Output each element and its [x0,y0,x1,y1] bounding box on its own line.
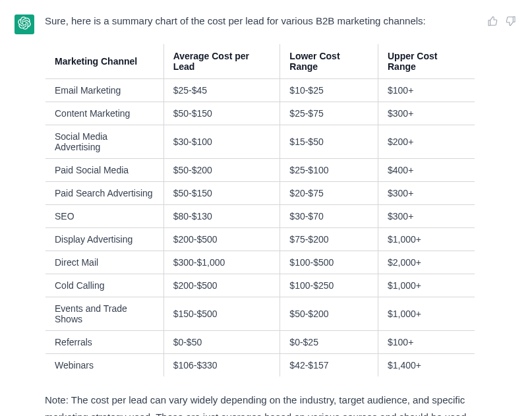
message-actions [486,16,517,29]
table-row: Email Marketing$25-$45$10-$25$100+ [45,79,475,102]
cell-channel: Social Media Advertising [45,125,164,159]
col-header-lower: Lower Cost Range [280,44,378,79]
cell-avg: $50-$150 [163,182,280,205]
cell-avg: $200-$500 [163,228,280,251]
cell-channel: Direct Mail [45,251,164,274]
cost-per-lead-table: Marketing Channel Average Cost per Lead … [45,44,475,377]
cell-lower: $10-$25 [280,79,378,102]
cell-lower: $25-$100 [280,159,378,182]
cell-upper: $200+ [378,125,475,159]
table-row: Paid Social Media$50-$200$25-$100$400+ [45,159,475,182]
cell-lower: $100-$500 [280,251,378,274]
cell-channel: Display Advertising [45,228,164,251]
thumbs-down-button[interactable] [504,16,517,29]
cell-upper: $100+ [378,331,475,354]
cell-upper: $1,400+ [378,354,475,377]
table-row: Content Marketing$50-$150$25-$75$300+ [45,102,475,125]
cell-upper: $1,000+ [378,274,475,297]
cell-avg: $50-$150 [163,102,280,125]
cell-avg: $50-$200 [163,159,280,182]
table-row: Cold Calling$200-$500$100-$250$1,000+ [45,274,475,297]
col-header-avg: Average Cost per Lead [163,44,280,79]
thumbs-down-icon [506,16,516,29]
thumbs-up-icon [487,16,498,29]
cell-lower: $100-$250 [280,274,378,297]
table-row: Direct Mail$300-$1,000$100-$500$2,000+ [45,251,475,274]
intro-text: Sure, here is a summary chart of the cos… [45,13,475,29]
cell-lower: $75-$200 [280,228,378,251]
cell-avg: $300-$1,000 [163,251,280,274]
cell-avg: $30-$100 [163,125,280,159]
col-header-channel: Marketing Channel [45,44,164,79]
cell-upper: $400+ [378,159,475,182]
cell-lower: $25-$75 [280,102,378,125]
openai-logo-icon [18,16,31,32]
cell-avg: $0-$50 [163,331,280,354]
cell-upper: $300+ [378,102,475,125]
cell-channel: Content Marketing [45,102,164,125]
table-row: Referrals$0-$50$0-$25$100+ [45,331,475,354]
cell-upper: $300+ [378,205,475,228]
cell-upper: $2,000+ [378,251,475,274]
cell-avg: $80-$130 [163,205,280,228]
cell-avg: $200-$500 [163,274,280,297]
cell-lower: $15-$50 [280,125,378,159]
cell-lower: $30-$70 [280,205,378,228]
cell-channel: Paid Social Media [45,159,164,182]
cell-channel: Events and Trade Shows [45,297,164,331]
assistant-message: Sure, here is a summary chart of the cos… [15,13,517,416]
cell-avg: $150-$500 [163,297,280,331]
note-text: Note: The cost per lead can vary widely … [45,392,475,416]
table-row: Events and Trade Shows$150-$500$50-$200$… [45,297,475,331]
cell-upper: $300+ [378,182,475,205]
cell-lower: $50-$200 [280,297,378,331]
cell-avg: $106-$330 [163,354,280,377]
col-header-upper: Upper Cost Range [378,44,475,79]
cell-lower: $0-$25 [280,331,378,354]
cell-channel: Webinars [45,354,164,377]
table-row: Display Advertising$200-$500$75-$200$1,0… [45,228,475,251]
table-header-row: Marketing Channel Average Cost per Lead … [45,44,475,79]
thumbs-up-button[interactable] [486,16,499,29]
cell-channel: Cold Calling [45,274,164,297]
cell-channel: Referrals [45,331,164,354]
cell-channel: Paid Search Advertising [45,182,164,205]
cell-upper: $100+ [378,79,475,102]
message-content: Sure, here is a summary chart of the cos… [45,13,475,416]
table-row: Social Media Advertising$30-$100$15-$50$… [45,125,475,159]
cell-upper: $1,000+ [378,297,475,331]
cell-channel: Email Marketing [45,79,164,102]
table-row: Webinars$106-$330$42-$157$1,400+ [45,354,475,377]
assistant-avatar [15,15,34,34]
table-row: SEO$80-$130$30-$70$300+ [45,205,475,228]
table-row: Paid Search Advertising$50-$150$20-$75$3… [45,182,475,205]
cell-avg: $25-$45 [163,79,280,102]
cell-channel: SEO [45,205,164,228]
cell-lower: $20-$75 [280,182,378,205]
cell-upper: $1,000+ [378,228,475,251]
cell-lower: $42-$157 [280,354,378,377]
